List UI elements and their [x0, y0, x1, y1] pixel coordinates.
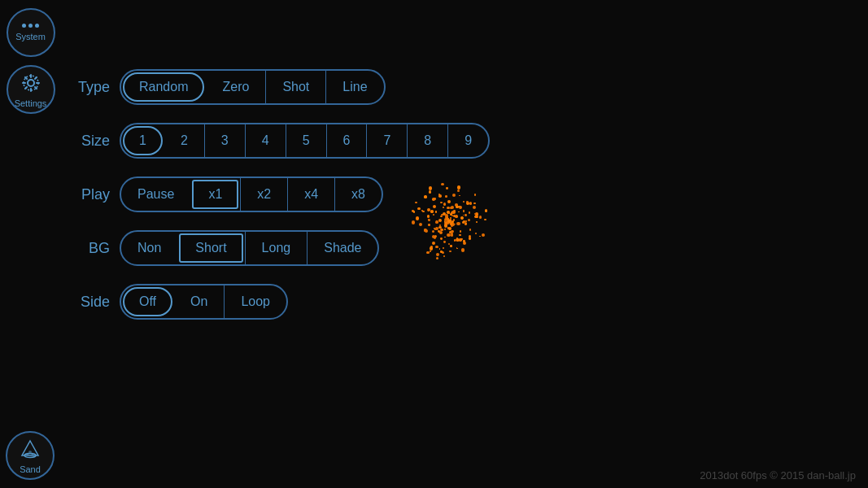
sand-icon	[19, 438, 41, 460]
type-row: Type Random Zero Shot Line	[73, 69, 490, 105]
bg-control: Non Short Long Shade	[120, 230, 379, 266]
side-row: Side Off On Loop	[73, 284, 490, 320]
size-2-button[interactable]: 2	[164, 124, 204, 157]
play-control: Pause x1 x2 x4 x8	[120, 176, 383, 212]
type-shot-button[interactable]: Shot	[265, 71, 325, 103]
sand-button[interactable]: Sand	[6, 431, 55, 480]
size-5-button[interactable]: 5	[286, 124, 326, 157]
bg-non-button[interactable]: Non	[121, 232, 177, 264]
svg-point-4	[28, 451, 32, 454]
size-6-button[interactable]: 6	[326, 124, 367, 157]
svg-point-0	[28, 80, 34, 86]
size-9-button[interactable]: 9	[447, 124, 488, 157]
play-x8-button[interactable]: x8	[334, 178, 382, 211]
size-control: 1 2 3 4 5 6 7 8 9	[120, 123, 490, 159]
bg-shade-button[interactable]: Shade	[307, 232, 377, 264]
footer-text: 2013dot 60fps © 2015 dan-ball.jp	[700, 469, 856, 481]
side-label: Side	[73, 294, 110, 311]
sand-label: Sand	[20, 464, 41, 474]
play-x1-button[interactable]: x1	[192, 180, 238, 209]
play-pause-button[interactable]: Pause	[121, 178, 190, 211]
bg-short-button[interactable]: Short	[179, 233, 242, 263]
size-1-button[interactable]: 1	[123, 126, 163, 155]
side-loop-button[interactable]: Loop	[224, 285, 286, 318]
size-4-button[interactable]: 4	[245, 124, 286, 157]
size-label: Size	[73, 133, 110, 150]
type-control: Random Zero Shot Line	[120, 69, 386, 105]
size-7-button[interactable]: 7	[366, 124, 407, 157]
settings-button[interactable]: Settings	[7, 65, 55, 114]
gear-icon	[20, 72, 42, 94]
size-3-button[interactable]: 3	[204, 124, 245, 157]
side-off-button[interactable]: Off	[123, 287, 172, 316]
footer: 2013dot 60fps © 2015 dan-ball.jp	[700, 469, 856, 481]
svg-point-5	[27, 452, 29, 455]
bg-long-button[interactable]: Long	[245, 232, 308, 264]
play-label: Play	[73, 186, 110, 203]
play-x2-button[interactable]: x2	[240, 178, 287, 211]
type-zero-button[interactable]: Zero	[206, 71, 265, 103]
side-control: Off On Loop	[120, 284, 288, 320]
type-line-button[interactable]: Line	[325, 71, 383, 103]
system-button[interactable]: System	[7, 8, 55, 57]
side-on-button[interactable]: On	[174, 285, 224, 318]
system-icon	[22, 24, 39, 28]
svg-point-6	[32, 452, 34, 455]
type-label: Type	[73, 79, 110, 96]
bg-label: BG	[73, 240, 110, 257]
system-label: System	[15, 32, 46, 41]
size-8-button[interactable]: 8	[407, 124, 447, 157]
sand-section: Sand	[6, 431, 55, 480]
settings-label: Settings	[15, 98, 47, 108]
play-x4-button[interactable]: x4	[287, 178, 334, 211]
type-random-button[interactable]: Random	[123, 72, 204, 102]
size-row: Size 1 2 3 4 5 6 7 8 9	[73, 123, 490, 159]
sand-visualization	[399, 171, 496, 268]
